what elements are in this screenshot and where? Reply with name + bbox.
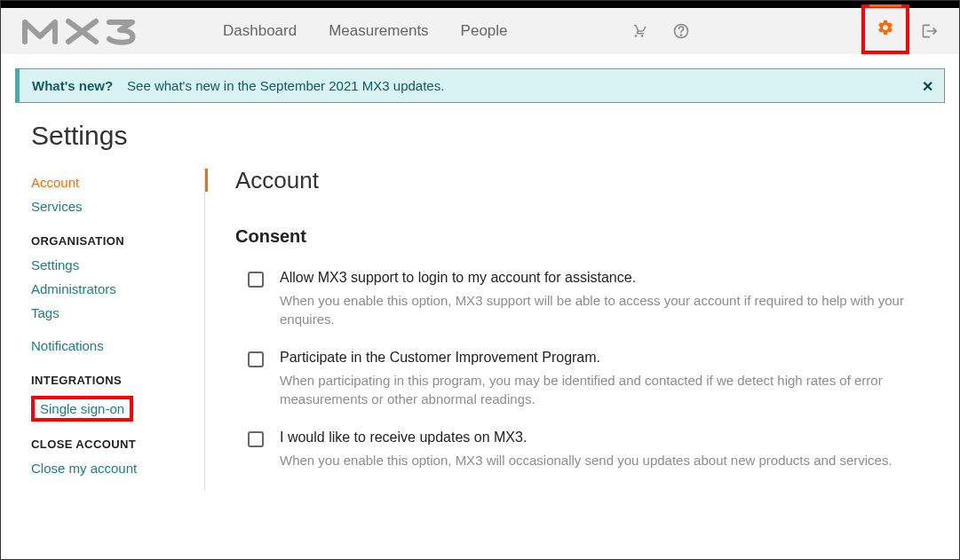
sidebar-item-tags[interactable]: Tags	[31, 301, 204, 325]
checkbox-receive-updates[interactable]	[248, 431, 264, 447]
option-title: Participate in the Customer Improvement …	[280, 350, 945, 366]
consent-heading: Consent	[235, 226, 945, 247]
logo	[22, 17, 173, 45]
gear-icon[interactable]	[877, 19, 894, 40]
window-titlebar	[1, 1, 959, 8]
sidebar-heading-integrations: INTEGRATIONS	[31, 374, 204, 387]
settings-active-bar	[869, 4, 901, 7]
logout-icon[interactable]	[909, 8, 950, 54]
content-panel: Account Consent Allow MX3 support to log…	[205, 167, 945, 491]
option-title: I would like to receive updates on MX3.	[280, 430, 893, 446]
sidebar-item-sso[interactable]: Single sign-on	[40, 401, 124, 416]
sidebar-heading-organisation: ORGANISATION	[31, 234, 204, 248]
page-title: Settings	[31, 121, 959, 151]
settings-highlight-box	[861, 4, 909, 54]
sidebar-item-administrators[interactable]: Administrators	[31, 277, 204, 301]
nav-measurements[interactable]: Measurements	[329, 22, 428, 40]
sidebar-item-services[interactable]: Services	[31, 194, 204, 218]
sidebar-item-notifications[interactable]: Notifications	[31, 334, 204, 358]
option-desc: When participating in this program, you …	[280, 371, 945, 408]
option-desc: When you enable this option, MX3 support…	[280, 291, 945, 328]
sidebar-heading-close: CLOSE ACCOUNT	[31, 438, 204, 451]
checkbox-improvement-program[interactable]	[248, 351, 264, 367]
option-desc: When you enable this option, MX3 will oc…	[280, 451, 893, 469]
close-icon[interactable]: ✕	[922, 78, 933, 95]
checkbox-allow-support[interactable]	[248, 272, 264, 288]
banner-title: What's new?	[32, 78, 113, 93]
nav-people[interactable]: People	[461, 22, 508, 40]
sidebar-item-settings[interactable]: Settings	[31, 253, 204, 277]
nav-dashboard[interactable]: Dashboard	[223, 22, 297, 40]
whats-new-banner: What's new? See what's new in the Septem…	[15, 68, 945, 103]
svg-point-1	[681, 35, 682, 35]
sidebar-item-close-account[interactable]: Close my account	[31, 456, 204, 480]
help-icon[interactable]	[661, 8, 702, 54]
consent-option: Allow MX3 support to login to my account…	[235, 270, 945, 328]
sso-highlight-box: Single sign-on	[31, 396, 133, 422]
banner-text: See what's new in the September 2021 MX3…	[127, 78, 444, 93]
content-title: Account	[235, 167, 945, 194]
sidebar-item-account[interactable]: Account	[31, 170, 204, 194]
cart-icon[interactable]	[620, 8, 661, 54]
active-section-marker	[205, 169, 208, 192]
top-navbar: Dashboard Measurements People	[1, 8, 959, 54]
consent-option: I would like to receive updates on MX3. …	[235, 430, 945, 469]
option-title: Allow MX3 support to login to my account…	[280, 270, 945, 286]
settings-sidebar: Account Services ORGANISATION Settings A…	[31, 167, 205, 491]
consent-option: Participate in the Customer Improvement …	[235, 350, 945, 408]
